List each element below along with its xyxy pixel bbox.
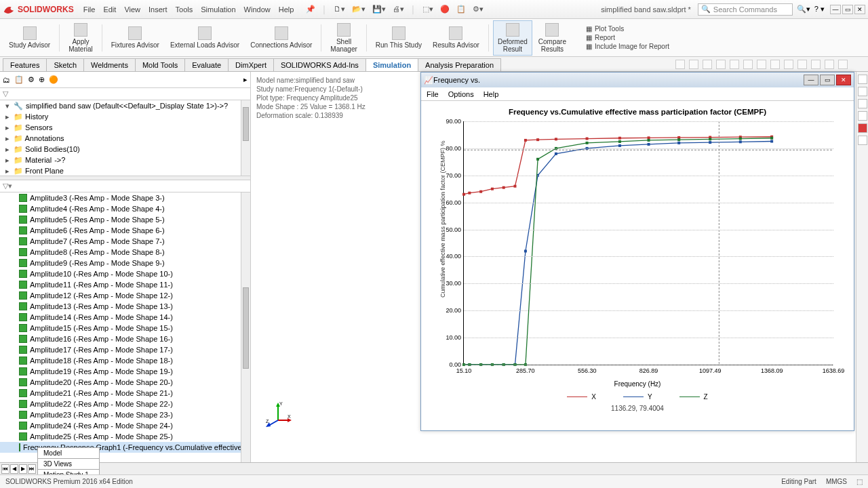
tab-mold-tools[interactable]: Mold Tools (135, 58, 185, 71)
tree-item[interactable]: ▸📁 Sensors (0, 122, 250, 133)
last-tab-icon[interactable]: ⏭ (28, 464, 36, 474)
result-item[interactable]: Amplitude9 (-Res Amp - Mode Shape 9-) (0, 258, 250, 268)
tab-weldments[interactable]: Weldments (83, 58, 136, 71)
tab-sketch[interactable]: Sketch (46, 58, 84, 71)
ribbon-link[interactable]: ▦Include Image for Report (586, 43, 669, 50)
tree-item[interactable]: ▸📁 Front Plane (0, 165, 250, 176)
result-item[interactable]: Amplitude15 (-Res Amp - Mode Shape 15-) (0, 323, 250, 333)
result-item[interactable]: Amplitude23 (-Res Amp - Mode Shape 23-) (0, 409, 250, 420)
library-icon[interactable] (858, 99, 867, 108)
ribbon-compare[interactable]: CompareResults (534, 20, 571, 56)
tab-solidworks-add-ins[interactable]: SOLIDWORKS Add-Ins (273, 58, 366, 71)
ribbon-link[interactable]: ▦Report (586, 34, 669, 41)
tree-item[interactable]: ▸📁 Annotations (0, 133, 250, 144)
fm-config-icon[interactable]: ⚙ (28, 75, 35, 84)
result-item[interactable]: Amplitude17 (-Res Amp - Mode Shape 17-) (0, 344, 250, 355)
select-icon[interactable]: ⬚▾ (422, 5, 433, 14)
result-item[interactable]: Amplitude13 (-Res Amp - Mode Shape 13-) (0, 301, 250, 312)
search-dropdown-icon[interactable]: 🔍▾ (797, 5, 810, 14)
ribbon-apply[interactable]: ApplyMaterial (64, 20, 98, 56)
chart-titlebar[interactable]: 📈 Frequency vs. — ▭ ✕ (421, 73, 854, 87)
collapse-icon[interactable]: ▸ (243, 75, 248, 84)
view-icon[interactable] (838, 60, 848, 69)
status-extra-icon[interactable]: ⬚ (856, 478, 863, 485)
menu-tools[interactable]: Tools (176, 5, 193, 14)
tab-features[interactable]: Features (3, 58, 47, 71)
fm-dim-icon[interactable]: ⊕ (39, 75, 45, 84)
chart-menu-file[interactable]: File (427, 90, 439, 98)
settings-icon[interactable]: ⚙▾ (473, 5, 484, 14)
menu-window[interactable]: Window (244, 5, 271, 14)
ribbon-shell[interactable]: ShellManager (326, 20, 361, 56)
view-icon[interactable] (757, 60, 766, 69)
ribbon-results-advisor[interactable]: Results Advisor (428, 20, 484, 56)
ribbon-study-advisor[interactable]: Study Advisor (4, 20, 55, 56)
search-commands[interactable]: 🔍 Search Commands (698, 3, 793, 16)
view-icon[interactable] (825, 60, 834, 69)
ribbon-deformed[interactable]: DeformedResult (493, 20, 532, 56)
scrollbar[interactable] (241, 100, 250, 176)
view-icon[interactable] (730, 60, 739, 69)
tree-item[interactable]: ▸📁 Solid Bodies(10) (0, 144, 250, 155)
chart-plot[interactable]: Cumulative effective mass participation … (463, 121, 833, 365)
ribbon-run-this-study[interactable]: Run This Study (371, 20, 427, 56)
result-item[interactable]: Amplitude10 (-Res Amp - Mode Shape 10-) (0, 268, 250, 279)
menu-insert[interactable]: Insert (149, 5, 167, 14)
fm-tree-icon[interactable]: 🗂 (3, 76, 10, 84)
menu-file[interactable]: File (83, 5, 96, 14)
result-item[interactable]: Amplitude25 (-Res Amp - Mode Shape 25-) (0, 431, 250, 442)
bottom-tab-3d-views[interactable]: 3D Views (37, 458, 100, 469)
chart-close-button[interactable]: ✕ (836, 75, 851, 85)
menu-simulation[interactable]: Simulation (201, 5, 235, 14)
close-button[interactable]: ✕ (854, 5, 865, 14)
view-icon[interactable] (743, 60, 753, 69)
result-item[interactable]: Amplitude21 (-Res Amp - Mode Shape 21-) (0, 388, 250, 399)
tab-evaluate[interactable]: Evaluate (184, 58, 229, 71)
home-icon[interactable] (858, 75, 867, 84)
tab-analysis-preparation[interactable]: Analysis Preparation (418, 58, 501, 71)
view-icon[interactable] (689, 60, 698, 69)
open-icon[interactable]: 📂▾ (352, 5, 366, 14)
chart-menu-options[interactable]: Options (448, 90, 474, 98)
menu-view[interactable]: View (124, 5, 140, 14)
resources-icon[interactable] (858, 87, 867, 96)
ribbon-external-loads-advisor[interactable]: External Loads Advisor (165, 20, 244, 56)
tab-dimxpert[interactable]: DimXpert (228, 58, 274, 71)
result-item[interactable]: Amplitude4 (-Res Amp - Mode Shape 4-) (0, 203, 250, 214)
result-item[interactable]: Amplitude6 (-Res Amp - Mode Shape 6-) (0, 225, 250, 236)
result-item[interactable]: Amplitude18 (-Res Amp - Mode Shape 18-) (0, 355, 250, 366)
help-icon[interactable]: ? ▾ (814, 5, 825, 14)
tree-item[interactable]: ▸📁 History (0, 111, 250, 122)
view-icon[interactable] (797, 60, 807, 69)
fm-filter-2[interactable]: ▽▾ (0, 180, 250, 192)
ribbon-connections-advisor[interactable]: Connections Advisor (245, 20, 317, 56)
result-item[interactable]: Amplitude12 (-Res Amp - Mode Shape 12-) (0, 290, 250, 301)
options-icon[interactable]: 📋 (456, 5, 466, 14)
result-item[interactable]: Amplitude3 (-Res Amp - Mode Shape 3-) (0, 192, 250, 203)
minimize-button[interactable]: — (830, 5, 841, 14)
result-item[interactable]: Amplitude11 (-Res Amp - Mode Shape 11-) (0, 279, 250, 290)
pin-icon[interactable]: 📌 (306, 5, 315, 14)
first-tab-icon[interactable]: ⏮ (1, 464, 9, 474)
scrollbar[interactable] (241, 192, 250, 474)
bottom-tab-model[interactable]: Model (37, 447, 100, 458)
fm-display-icon[interactable]: 🟠 (49, 75, 58, 84)
save-icon[interactable]: 💾▾ (372, 5, 386, 14)
result-item[interactable]: Amplitude24 (-Res Amp - Mode Shape 24-) (0, 420, 250, 431)
menu-help[interactable]: Help (279, 5, 294, 14)
menu-edit[interactable]: Edit (103, 5, 116, 14)
next-tab-icon[interactable]: ▶ (19, 464, 27, 474)
view-palette-icon[interactable] (858, 111, 867, 121)
chart-menu-help[interactable]: Help (484, 90, 499, 98)
tree-root[interactable]: ▾🔧 simplified band saw (Default<<Default… (0, 100, 250, 111)
print-icon[interactable]: 🖨▾ (393, 5, 404, 14)
result-item[interactable]: Amplitude7 (-Res Amp - Mode Shape 7-) (0, 236, 250, 247)
view-icon[interactable] (770, 60, 780, 69)
view-icon[interactable] (703, 60, 712, 69)
ribbon-link[interactable]: ▦Plot Tools (586, 25, 669, 33)
chart-maximize-button[interactable]: ▭ (820, 75, 835, 85)
prev-tab-icon[interactable]: ◀ (10, 464, 18, 474)
tab-simulation[interactable]: Simulation (366, 58, 418, 71)
result-item[interactable]: Amplitude20 (-Res Amp - Mode Shape 20-) (0, 377, 250, 388)
result-item[interactable]: Amplitude22 (-Res Amp - Mode Shape 22-) (0, 399, 250, 409)
